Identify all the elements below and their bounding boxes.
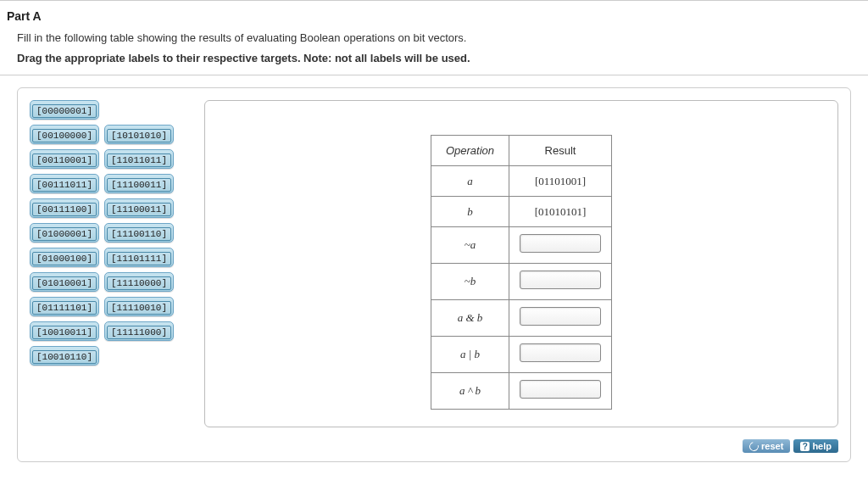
help-button[interactable]: ? help	[793, 439, 838, 453]
drag-label[interactable]: [10010011]	[30, 321, 99, 341]
drag-label[interactable]: [10010110]	[30, 346, 99, 365]
drag-label[interactable]: [01000001]	[30, 223, 99, 243]
table-row: a ^ b	[431, 373, 612, 410]
drag-label[interactable]: [00111011]	[30, 174, 99, 193]
part-header: Part A	[0, 6, 868, 26]
instructions-line-2: Drag the appropriate labels to their res…	[0, 48, 868, 76]
drag-label[interactable]: [00000001]	[30, 100, 99, 120]
reset-button[interactable]: reset	[743, 439, 790, 453]
table-row: a | b	[431, 337, 612, 373]
help-icon: ?	[800, 442, 810, 451]
op-cell: a ^ b	[431, 373, 509, 410]
drag-label[interactable]: [10101010]	[104, 125, 174, 144]
reset-label: reset	[761, 441, 783, 451]
drag-label[interactable]: [00100000]	[30, 125, 99, 144]
drag-label[interactable]: [01111101]	[30, 297, 99, 316]
activity-area: [00000001] [00100000] [10101010] [001100…	[17, 87, 851, 462]
drop-target-a-xor-b[interactable]	[520, 380, 601, 399]
drop-target-panel: Operation Result a [01101001] b [0101010…	[204, 100, 838, 427]
exercise-container: Part A Fill in the following table showi…	[0, 0, 868, 462]
table-header-row: Operation Result	[431, 136, 612, 166]
drag-label[interactable]: [11011011]	[104, 149, 174, 169]
drop-target-a-and-b[interactable]	[520, 307, 601, 326]
drop-target-not-a[interactable]	[520, 234, 601, 253]
drag-label[interactable]: [11100110]	[104, 223, 174, 243]
op-cell: b	[431, 197, 509, 227]
table-row: a [01101001]	[431, 166, 612, 197]
help-label: help	[812, 441, 832, 451]
drag-label[interactable]: [11101111]	[104, 248, 174, 267]
drag-label[interactable]: [11100011]	[104, 174, 174, 193]
table-row: ~a	[431, 227, 612, 264]
op-cell: a	[431, 166, 509, 197]
result-cell	[509, 337, 612, 373]
drag-label[interactable]: [01000100]	[30, 248, 99, 267]
action-bar: reset ? help	[743, 439, 838, 453]
op-cell: ~b	[431, 264, 509, 300]
op-cell: ~a	[431, 227, 509, 264]
instructions-line-1: Fill in the following table showing the …	[0, 26, 868, 48]
drag-label[interactable]: [00110001]	[30, 149, 99, 169]
drag-label[interactable]: [11110010]	[104, 297, 174, 316]
result-cell	[509, 300, 612, 337]
table-row: b [01010101]	[431, 197, 612, 227]
drag-label[interactable]: [01010001]	[30, 272, 99, 292]
drag-label[interactable]: [11110000]	[104, 272, 174, 292]
op-cell: a & b	[431, 300, 509, 337]
results-table: Operation Result a [01101001] b [0101010…	[431, 135, 612, 410]
draggable-source-panel: [00000001] [00100000] [10101010] [001100…	[30, 100, 192, 427]
drag-label[interactable]: [11111000]	[104, 321, 174, 341]
result-cell	[509, 227, 612, 264]
drop-target-not-b[interactable]	[520, 271, 601, 289]
result-cell: [01101001]	[509, 166, 612, 197]
table-row: ~b	[431, 264, 612, 300]
drag-label[interactable]: [00111100]	[30, 198, 99, 218]
drop-target-a-or-b[interactable]	[520, 343, 601, 362]
drag-label[interactable]: [11100011]	[104, 198, 174, 218]
result-cell	[509, 373, 612, 410]
header-result: Result	[509, 136, 612, 166]
op-cell: a | b	[431, 337, 509, 373]
result-cell: [01010101]	[509, 197, 612, 227]
reset-icon	[748, 439, 760, 452]
header-operation: Operation	[431, 136, 509, 166]
result-cell	[509, 264, 612, 300]
table-row: a & b	[431, 300, 612, 337]
